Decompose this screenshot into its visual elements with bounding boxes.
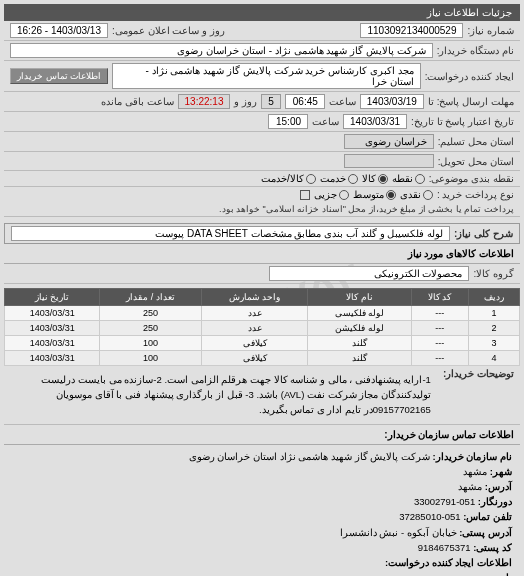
table-cell: 1403/03/31 [5, 321, 100, 336]
main-container: جزئیات اطلاعات نیاز شماره نیاز: 11030921… [0, 0, 524, 576]
table-row: 4---گلندکیلافی1001403/03/31 [5, 351, 520, 366]
deadline-label: مهلت ارسال پاسخ: تا [428, 96, 514, 107]
desc-label: شرح کلی نیاز: [454, 228, 513, 239]
table-cell: 250 [100, 321, 201, 336]
th-5: تاریخ نیاز [5, 289, 100, 306]
table-cell: عدد [201, 321, 308, 336]
table-cell: گلند [308, 336, 411, 351]
table-cell: 100 [100, 336, 201, 351]
creator-value: مجد اکبری کارشناس خرید شرکت پالایش گاز ش… [112, 63, 421, 89]
table-cell: عدد [201, 306, 308, 321]
table-row: 1---لوله فلکیسیعدد2501403/03/31 [5, 306, 520, 321]
th-4: تعداد / مقدار [100, 289, 201, 306]
buyer-org-value: شرکت پالایش گاز شهید هاشمی نژاد - استان … [10, 43, 433, 58]
th-3: واحد شمارش [201, 289, 308, 306]
pay-opt-0[interactable]: نقدی [400, 189, 433, 200]
c-addr2-l: آدرس پستی: [459, 527, 512, 538]
c-org-v: شرکت پالایش گاز شهید هاشمی نژاد استان خر… [189, 451, 430, 462]
deadline-sat: ساعت [329, 96, 356, 107]
cod-label: نقطه بندی موضوعی: [429, 173, 514, 184]
cod-opt-3[interactable]: کالا/خدمت [261, 173, 316, 184]
c-addr-v: مشهد [458, 481, 482, 492]
header-title: جزئیات اطلاعات نیاز [427, 7, 512, 18]
c-tel-l: دورنگار: [478, 496, 512, 507]
contact-block: نام سازمان خریدار: شرکت پالایش گاز شهید … [4, 445, 520, 576]
delivery-label: استان محل تحویل: [438, 156, 514, 167]
th-1: کد کالا [411, 289, 468, 306]
contact-title: اطلاعات تماس سازمان خریدار: [4, 425, 520, 445]
c-fax-v: 051-37285010 [399, 511, 460, 522]
c-name-l: نام: [497, 572, 512, 576]
pay-label: نوع پرداخت خرید : [437, 189, 514, 200]
table-row: 3---گلندکیلافی1001403/03/31 [5, 336, 520, 351]
cod-opt-2[interactable]: خدمت [320, 173, 358, 184]
announce-label: روز و ساعت اعلان عمومی: [112, 25, 225, 36]
items-table: ردیف کد کالا نام کالا واحد شمارش تعداد /… [4, 288, 520, 366]
deadline-time: 06:45 [285, 94, 325, 109]
table-cell: کیلافی [201, 336, 308, 351]
c-post-l: کد پستی: [473, 542, 512, 553]
table-cell: کیلافی [201, 351, 308, 366]
table-cell: --- [411, 351, 468, 366]
table-cell: --- [411, 321, 468, 336]
city-label: استان محل تسلیم: [438, 136, 514, 147]
c-name-v: مجد [478, 572, 494, 576]
c-creator-title: اطلاعات ایجاد کننده درخواست: [12, 555, 512, 570]
table-cell: 1403/03/31 [5, 351, 100, 366]
table-cell: 1403/03/31 [5, 336, 100, 351]
c-city-l: شهر: [490, 466, 512, 477]
table-header-row: ردیف کد کالا نام کالا واحد شمارش تعداد /… [5, 289, 520, 306]
c-addr-l: آدرس: [485, 481, 512, 492]
table-cell: 100 [100, 351, 201, 366]
req-no-label: شماره نیاز: [467, 25, 514, 36]
table-cell: 1 [468, 306, 519, 321]
table-cell: 1403/03/31 [5, 306, 100, 321]
pay-check[interactable] [300, 190, 310, 200]
valid-date: 1403/03/31 [343, 114, 407, 129]
valid-sat: ساعت [312, 116, 339, 127]
remain-time: 13:22:13 [178, 94, 231, 109]
table-cell: --- [411, 306, 468, 321]
cod-opt-0[interactable]: نقطه [392, 173, 425, 184]
table-cell: 4 [468, 351, 519, 366]
table-cell: --- [411, 336, 468, 351]
table-cell: لوله فلکیشن [308, 321, 411, 336]
c-org-l: نام سازمان خریدار: [433, 451, 512, 462]
contact-button[interactable]: اطلاعات تماس خریدار [10, 68, 108, 84]
c-tel-v: 051-33002791 [414, 496, 475, 507]
table-cell: 250 [100, 306, 201, 321]
pay-opt-1[interactable]: متوسط [353, 189, 396, 200]
th-0: ردیف [468, 289, 519, 306]
city-value: خراسان رضوی [344, 134, 434, 149]
header-bar: جزئیات اطلاعات نیاز [4, 4, 520, 21]
buyer-notes-label: توضیحات خریدار: [443, 368, 514, 379]
goods-group-label: گروه کالا: [473, 268, 514, 279]
buyer-org-label: نام دستگاه خریدار: [437, 45, 514, 56]
table-cell: 2 [468, 321, 519, 336]
deadline-date: 1403/03/19 [360, 94, 424, 109]
pay-opt-2[interactable]: جزیی [314, 189, 349, 200]
table-row: 2---لوله فلکیشنعدد2501403/03/31 [5, 321, 520, 336]
valid-time: 15:00 [268, 114, 308, 129]
table-cell: لوله فلکیسی [308, 306, 411, 321]
valid-label: تاریخ اعتبار پاسخ تا تاریخ: [411, 116, 514, 127]
table-cell: 3 [468, 336, 519, 351]
goods-title: اطلاعات کالاهای مورد نیاز [4, 244, 520, 264]
c-addr2-v: خیابان آبکوه - نبش دانشسرا [340, 527, 457, 538]
buyer-notes-text: 1-ارایه پیشنهادفنی ، مالی و شناسه کالا ج… [10, 368, 439, 422]
cod-opt-1[interactable]: کالا [362, 173, 388, 184]
desc-text: لوله فلکسیبل و گلند آب بندی مطابق مشخصات… [11, 226, 450, 241]
c-post-v: 9184675371 [418, 542, 471, 553]
remain-days: 5 [261, 94, 281, 109]
table-cell: گلند [308, 351, 411, 366]
th-2: نام کالا [308, 289, 411, 306]
c-city-v: مشهد [463, 466, 487, 477]
req-no-value: 1103092134000529 [360, 23, 463, 38]
delivery-value [344, 154, 434, 168]
announce-value: 1403/03/13 - 16:26 [10, 23, 108, 38]
remain-suffix: ساعت باقی مانده [101, 96, 174, 107]
remain-label: روز و [234, 96, 257, 107]
creator-label: ایجاد کننده درخواست: [425, 71, 514, 82]
goods-group-value: محصولات الکترونیکی [269, 266, 469, 281]
pay-note: پرداخت تمام یا بخشی از مبلغ خرید،از محل … [219, 204, 514, 214]
